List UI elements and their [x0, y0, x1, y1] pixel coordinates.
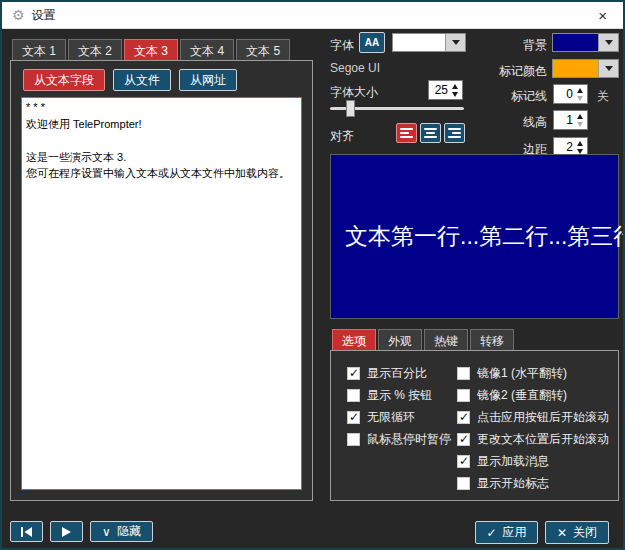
skip-to-start-button[interactable] — [10, 521, 43, 542]
close-button[interactable]: ✕ 关闭 — [545, 521, 609, 544]
spin-up-icon[interactable] — [577, 141, 583, 146]
align-label: 对齐 — [330, 128, 354, 145]
spin-down-icon[interactable] — [577, 122, 583, 127]
font-size-slider[interactable] — [330, 100, 464, 117]
line-height-spinner[interactable]: 1 — [553, 110, 588, 130]
options-group: 显示百分比 显示 % 按钮 无限循环 鼠标悬停时暂停 — [330, 350, 619, 501]
teleprompter-preview: 文本第一行...第二行...第三行 — [330, 154, 619, 319]
checkbox-label: 显示开始标志 — [477, 475, 549, 492]
font-size-value: 25 — [429, 83, 448, 97]
option-checkbox-row[interactable]: 显示百分比 — [347, 362, 451, 384]
checkbox-column-right: 镜像1 (水平翻转) 镜像2 (垂直翻转) 点击应用按钮后开始滚动 更改文本位置… — [457, 362, 609, 494]
spin-up-icon[interactable] — [452, 84, 458, 89]
marker-color-arrow[interactable] — [598, 60, 618, 77]
checkbox-column-left: 显示百分比 显示 % 按钮 无限循环 鼠标悬停时暂停 — [347, 362, 451, 450]
spin-down-icon[interactable] — [452, 92, 458, 97]
option-checkbox-row[interactable]: 更改文本位置后开始滚动 — [457, 428, 609, 450]
marker-color-swatch — [553, 60, 598, 77]
check-icon: ✓ — [486, 527, 496, 539]
font-color-arrow[interactable] — [445, 34, 465, 51]
source-button[interactable]: 从网址 — [179, 69, 237, 91]
marker-color-dropdown[interactable] — [552, 59, 619, 78]
settings-window: ⚙ 设置 × 文本 1 文本 2 文本 3 文本 4 文本 5 从文本字段 从文… — [0, 0, 625, 550]
current-font-name: Segoe UI — [330, 61, 380, 75]
spin-down-icon[interactable] — [577, 96, 583, 101]
checkbox-icon — [457, 477, 470, 490]
option-checkbox-row[interactable]: 鼠标悬停时暂停 — [347, 428, 451, 450]
gear-icon: ⚙ — [12, 8, 25, 22]
source-buttons: 从文本字段 从文件 从网址 — [23, 69, 237, 91]
background-color-dropdown[interactable] — [552, 33, 619, 52]
font-size-label: 字体大小 — [330, 84, 378, 101]
marker-line-state: 关 — [597, 88, 609, 105]
option-checkbox-row[interactable]: 无限循环 — [347, 406, 451, 428]
slider-thumb[interactable] — [346, 100, 355, 117]
spin-down-icon[interactable] — [577, 149, 583, 154]
align-center-button[interactable] — [420, 123, 441, 143]
source-button[interactable]: 从文件 — [113, 69, 171, 91]
checkbox-icon — [457, 455, 470, 468]
marker-line-spinner[interactable]: 0 — [553, 84, 588, 104]
margin-value: 2 — [554, 140, 573, 154]
checkbox-label: 无限循环 — [367, 409, 415, 426]
dropdown-arrow-icon — [605, 40, 613, 45]
spin-up-icon[interactable] — [577, 88, 583, 93]
hide-button[interactable]: ∨ 隐藏 — [90, 521, 153, 542]
option-checkbox-row[interactable]: 显示开始标志 — [457, 472, 609, 494]
apply-button-label: 应用 — [503, 524, 527, 541]
checkbox-icon — [457, 367, 470, 380]
text-source-group: 从文本字段 从文件 从网址 * * * 欢迎使用 TelePrompter! 这… — [10, 60, 313, 501]
checkbox-icon — [347, 389, 360, 402]
checkbox-icon — [457, 433, 470, 446]
checkbox-label: 点击应用按钮后开始滚动 — [477, 409, 609, 426]
marker-color-label: 标记颜色 — [472, 63, 547, 80]
checkbox-label: 更改文本位置后开始滚动 — [477, 431, 609, 448]
checkbox-label: 镜像2 (垂直翻转) — [477, 387, 567, 404]
font-color-dropdown[interactable] — [392, 33, 466, 52]
titlebar: ⚙ 设置 × — [2, 2, 623, 29]
preview-text: 文本第一行...第二行...第三行 — [345, 221, 625, 252]
play-button[interactable] — [50, 521, 83, 542]
dropdown-arrow-icon — [452, 40, 460, 45]
spin-up-icon[interactable] — [577, 114, 583, 119]
apply-button[interactable]: ✓ 应用 — [475, 521, 538, 544]
option-checkbox-row[interactable]: 显示 % 按钮 — [347, 384, 451, 406]
chevron-down-icon: ∨ — [102, 526, 111, 538]
align-right-button[interactable] — [444, 123, 465, 143]
hide-button-label: 隐藏 — [117, 523, 141, 540]
checkbox-label: 镜像1 (水平翻转) — [477, 365, 567, 382]
option-checkbox-row[interactable]: 镜像2 (垂直翻转) — [457, 384, 609, 406]
background-color-swatch — [553, 34, 598, 51]
option-checkbox-row[interactable]: 显示加载消息 — [457, 450, 609, 472]
dropdown-arrow-icon — [605, 66, 613, 71]
option-checkbox-row[interactable]: 点击应用按钮后开始滚动 — [457, 406, 609, 428]
close-button-label: 关闭 — [573, 524, 597, 541]
text-editor[interactable]: * * * 欢迎使用 TelePrompter! 这是一些演示文本 3. 您可在… — [21, 97, 302, 490]
skip-to-start-icon — [21, 527, 32, 537]
align-left-button[interactable] — [396, 123, 417, 143]
line-height-value: 1 — [554, 113, 573, 127]
font-picker-button[interactable]: AA — [359, 32, 385, 53]
window-title: 设置 — [32, 7, 56, 24]
play-icon — [62, 527, 71, 537]
checkbox-icon — [347, 433, 360, 446]
background-label: 背景 — [472, 37, 547, 54]
checkbox-icon — [457, 411, 470, 424]
checkbox-label: 显示 % 按钮 — [367, 387, 432, 404]
marker-line-value: 0 — [554, 87, 573, 101]
checkbox-icon — [347, 367, 360, 380]
font-size-spinner[interactable]: 25 — [428, 80, 463, 100]
checkbox-label: 显示加载消息 — [477, 453, 549, 470]
window-close-button[interactable]: × — [592, 8, 613, 23]
background-color-arrow[interactable] — [598, 34, 618, 51]
checkbox-icon — [457, 389, 470, 402]
line-height-label: 线高 — [472, 114, 547, 131]
font-picker-icon: AA — [365, 37, 379, 48]
checkbox-label: 显示百分比 — [367, 365, 427, 382]
font-color-swatch — [393, 34, 445, 51]
marker-line-label: 标记线 — [472, 88, 547, 105]
checkbox-label: 鼠标悬停时暂停 — [367, 431, 451, 448]
option-checkbox-row[interactable]: 镜像1 (水平翻转) — [457, 362, 609, 384]
font-label: 字体 — [330, 37, 354, 54]
source-button[interactable]: 从文本字段 — [23, 69, 105, 91]
